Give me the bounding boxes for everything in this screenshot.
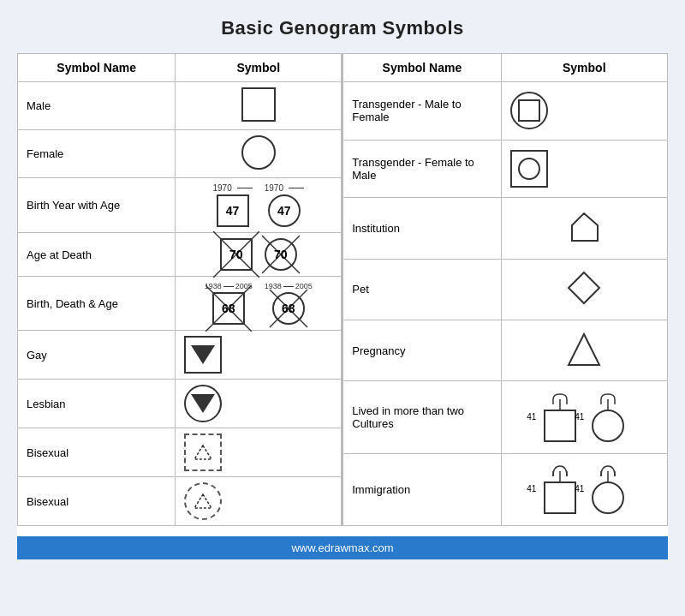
birthyear-square-sym: 1970 47 <box>213 183 253 227</box>
row-name-birthdeatage: Birth, Death & Age <box>18 277 176 331</box>
row-name-bisexual-ci: Bisexual <box>18 477 176 526</box>
age-box-sq: 47 <box>217 194 249 227</box>
right-col2-header: Symbol <box>501 54 668 82</box>
row-name-female: Female <box>18 130 176 178</box>
row-name-pet: Pet <box>343 259 501 320</box>
tables-row: Symbol Name Symbol Male Female <box>17 53 668 526</box>
row-symbol-pet <box>501 259 668 320</box>
culture-square-sym <box>544 410 576 442</box>
gay-symbol <box>184 336 222 374</box>
row-name-bisexual-sq: Bisexual <box>18 428 176 477</box>
svg-marker-11 <box>569 272 599 303</box>
table-row: Lived in more than two Cultures <box>343 381 668 453</box>
table-row: Male <box>18 82 342 130</box>
female-circle-symbol <box>241 135 276 170</box>
pregnancy-triangle-icon <box>565 331 603 368</box>
birth-year-text-ci: 1970 <box>265 183 283 193</box>
culture-age-label-ci: 41 <box>575 412 584 422</box>
table-row: Immigration <box>343 453 668 525</box>
gay-triangle-icon <box>191 345 215 364</box>
immigration-circle-item: 41 <box>588 464 628 514</box>
table-row: Female <box>18 130 342 178</box>
immigration-age-ci: 41 <box>592 481 624 514</box>
row-symbol-pregnancy <box>501 320 668 381</box>
row-name-birthyear: Birth Year with Age <box>18 178 176 233</box>
deatage-container: 70 70 <box>184 238 332 271</box>
immigration-age-label-sq: 41 <box>527 484 536 493</box>
svg-marker-10 <box>572 213 598 241</box>
birthyear-label-ci: 1970 <box>265 183 304 193</box>
row-symbol-trans-mtf <box>501 82 668 141</box>
left-col1-header: Symbol Name <box>18 54 176 82</box>
immigration-top-sq <box>540 464 580 481</box>
pet-diamond-icon <box>565 269 603 307</box>
immigration-container: 41 <box>510 464 659 514</box>
table-row: Pet <box>343 259 668 320</box>
table-row: Age at Death 70 <box>18 233 342 277</box>
row-symbol-female <box>176 130 342 178</box>
row-symbol-gay <box>176 331 342 380</box>
lesbian-triangle-icon <box>191 394 215 413</box>
table-row: Birth, Death & Age 1938 2005 <box>18 277 342 331</box>
birthdeatage-circle-sym: 1938 2005 68 <box>265 282 313 325</box>
right-col1-header: Symbol Name <box>343 54 501 82</box>
death-circle-wrapper: 70 <box>265 238 297 271</box>
birthyear-circle-sym: 1970 47 <box>265 183 304 227</box>
table-row: Transgender - Female to Male <box>343 140 668 198</box>
main-content: Symbol Name Symbol Male Female <box>17 53 668 559</box>
row-symbol-lesbian <box>176 380 342 428</box>
immigration-age-sq: 41 <box>544 481 576 514</box>
footer: www.edrawmax.com <box>17 536 668 559</box>
svg-marker-12 <box>569 334 599 365</box>
trans-ftm-symbol <box>510 150 548 188</box>
row-symbol-immigration: 41 <box>501 453 668 525</box>
svg-marker-8 <box>194 446 211 459</box>
culture-age-label-sq: 41 <box>527 412 536 422</box>
row-symbol-male <box>176 82 342 130</box>
culture-top-ci <box>588 392 628 410</box>
birthdeatage-square-sym: 1938 2005 68 <box>205 282 253 325</box>
row-name-institution: Institution <box>343 198 501 259</box>
bd-square-wrap: 68 <box>212 292 245 325</box>
table-row: Bisexual <box>18 428 342 477</box>
trans-ftm-inner-circle <box>518 158 540 180</box>
institution-house-icon <box>565 208 603 246</box>
left-col2-header: Symbol <box>176 54 342 82</box>
row-name-gay: Gay <box>18 331 176 380</box>
row-name-lesbian: Lesbian <box>18 380 176 428</box>
row-symbol-institution <box>501 198 668 259</box>
culture-circle-item: 41 <box>588 392 628 442</box>
row-symbol-trans-ftm <box>501 140 668 198</box>
male-square-symbol <box>241 87 276 122</box>
birthyear-container: 1970 47 1970 47 <box>184 183 332 227</box>
table-row: Gay <box>18 331 342 380</box>
row-name-immigration: Immigration <box>343 453 501 525</box>
row-symbol-birthdeatage: 1938 2005 68 <box>176 277 342 331</box>
trans-mtf-symbol <box>510 92 548 129</box>
culture-age-sq: 41 <box>544 410 576 442</box>
svg-marker-9 <box>194 494 211 508</box>
bisexual-square-symbol <box>184 434 222 471</box>
culture-circle-sym <box>592 410 624 442</box>
left-table: Symbol Name Symbol Male Female <box>17 53 342 526</box>
table-row: Pregnancy <box>343 320 668 381</box>
row-name-trans-mtf: Transgender - Male to Female <box>343 82 501 141</box>
bd-circle-sym: 68 <box>272 292 305 325</box>
row-symbol-deatage: 70 70 <box>176 233 342 277</box>
row-name-deatage: Age at Death <box>18 233 176 277</box>
immigration-circle-sym <box>592 481 624 514</box>
row-name-pregnancy: Pregnancy <box>343 320 501 381</box>
table-row: Institution <box>343 198 668 259</box>
death-square-sym: 70 <box>220 238 253 271</box>
death-circle-sym: 70 <box>265 238 297 271</box>
bisexual-circle-symbol <box>184 482 222 520</box>
row-name-trans-ftm: Transgender - Female to Male <box>343 140 501 198</box>
lesbian-symbol <box>184 385 222 422</box>
trans-mtf-inner-square <box>518 99 540 122</box>
culture-age-ci: 41 <box>592 410 624 442</box>
table-row: Birth Year with Age 1970 47 <box>18 178 342 233</box>
table-row: Lesbian <box>18 380 342 428</box>
bisexual-sq-triangle-icon <box>193 442 213 463</box>
row-symbol-bisexual-sq <box>176 428 342 477</box>
row-symbol-birthyear: 1970 47 1970 47 <box>176 178 342 233</box>
